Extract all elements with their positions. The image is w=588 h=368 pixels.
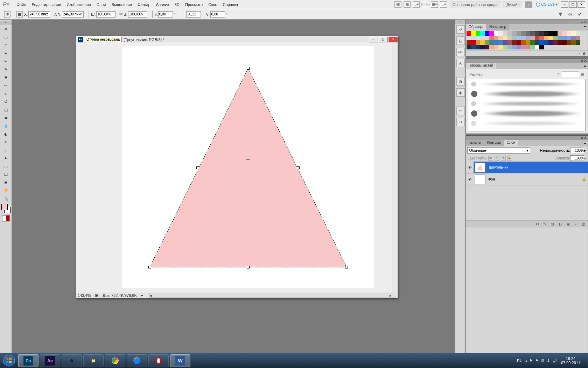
swatch[interactable] — [535, 45, 539, 49]
brush-toggle-icon[interactable]: ▦ — [581, 72, 584, 77]
panel-collapse-icon[interactable]: « — [581, 59, 583, 63]
strip-color-icon[interactable]: ◑ — [456, 77, 465, 86]
tab-channels[interactable]: Каналы — [466, 140, 484, 146]
blur-tool[interactable]: 💧 — [1, 122, 10, 130]
swatch[interactable] — [517, 45, 521, 49]
swatch[interactable] — [507, 40, 512, 45]
swatch[interactable] — [571, 31, 576, 36]
layer-row-triangle[interactable]: 👁 Треугольник — [466, 162, 588, 173]
zoom-readout[interactable]: 143,4% — [78, 293, 91, 298]
swatch[interactable] — [467, 45, 471, 49]
panel-collapse-icon[interactable]: « — [581, 136, 583, 140]
tab-layers[interactable]: Слои — [504, 140, 518, 146]
blend-mode-select[interactable]: Обычные▾ — [467, 147, 530, 154]
strip-cam-icon[interactable]: ◉ — [456, 88, 465, 97]
horizontal-scrollbar[interactable]: ◂▸ — [149, 293, 396, 298]
strip-mb-icon[interactable]: MB — [456, 48, 465, 56]
swatch[interactable] — [530, 45, 535, 49]
h-input[interactable] — [128, 11, 147, 18]
triangle-shape[interactable] — [148, 67, 348, 268]
lock-all-icon[interactable]: 🔒 — [507, 156, 512, 161]
swatch[interactable] — [553, 40, 558, 45]
panel-close-icon[interactable]: ✕ — [584, 20, 587, 25]
menu-layers[interactable]: Слои — [94, 1, 109, 8]
w-input[interactable] — [96, 11, 115, 18]
layer-visibility-toggle[interactable]: 👁 — [466, 162, 474, 173]
swatch[interactable] — [558, 40, 562, 45]
swatch[interactable] — [567, 31, 571, 36]
swatch[interactable] — [517, 40, 521, 45]
tab-brush-presets[interactable]: Наборы кистей — [466, 63, 496, 69]
swatch[interactable] — [558, 36, 562, 40]
clock[interactable]: 16:24 07.09.2011 — [561, 356, 580, 365]
swatch[interactable] — [571, 40, 576, 45]
mini-bridge-icon[interactable]: ▦ — [404, 1, 411, 8]
swatch[interactable] — [480, 31, 485, 36]
swatch[interactable] — [521, 40, 526, 45]
task-explorer[interactable]: 📁 — [83, 354, 104, 367]
opacity-input[interactable] — [570, 148, 584, 153]
language-indicator[interactable]: RU — [517, 359, 523, 363]
menu-help[interactable]: Справка — [220, 1, 241, 8]
swatch[interactable] — [467, 40, 471, 45]
swatch[interactable] — [548, 36, 553, 40]
path-select-tool[interactable]: ➤ — [1, 155, 10, 162]
swatch[interactable] — [476, 36, 480, 40]
marquee-tool[interactable]: ▭ — [1, 34, 10, 41]
swatch[interactable] — [489, 36, 494, 40]
layer-mask-icon[interactable]: ◑ — [550, 222, 555, 226]
menu-view[interactable]: Просмотр — [182, 1, 205, 8]
swatch[interactable] — [567, 40, 571, 45]
panel-menu-icon[interactable]: ≡ — [583, 24, 588, 30]
layer-group-icon[interactable]: ▣ — [565, 222, 571, 226]
layer-row-background[interactable]: 👁 Фон 🔒 — [466, 173, 588, 185]
gradient-tool[interactable]: ▰ — [1, 114, 10, 122]
swatch[interactable] — [539, 40, 544, 45]
menu-analysis[interactable]: Анализ — [153, 1, 172, 8]
swatch[interactable] — [544, 40, 548, 45]
strip-history-icon[interactable]: ↺ — [456, 25, 465, 34]
swatch[interactable] — [507, 31, 512, 36]
swatch[interactable] — [562, 36, 567, 40]
swatch[interactable] — [526, 45, 530, 49]
swatch[interactable] — [521, 31, 526, 36]
foreground-color[interactable] — [1, 204, 8, 210]
swatch[interactable] — [498, 45, 503, 49]
swatch[interactable] — [503, 40, 507, 45]
delete-swatch-icon[interactable]: 🗑 — [582, 52, 586, 56]
swatch[interactable] — [576, 36, 580, 40]
swatch[interactable] — [544, 31, 548, 36]
swatch[interactable] — [521, 36, 526, 40]
tools-collapse[interactable]: « — [0, 21, 12, 25]
swatch[interactable] — [467, 31, 471, 36]
workspace-more-icon[interactable]: » — [525, 1, 532, 8]
cancel-transform-icon[interactable]: ⊘ — [566, 11, 574, 18]
swatch[interactable] — [539, 31, 544, 36]
task-chrome[interactable] — [105, 354, 125, 367]
lasso-tool[interactable]: ⊃ — [1, 42, 10, 49]
x-input[interactable] — [28, 11, 50, 18]
doc-info-icon[interactable]: ▣ — [95, 293, 98, 298]
task-photoshop[interactable]: Ps — [18, 354, 38, 367]
healing-tool[interactable]: ✹ — [1, 74, 10, 81]
menu-select[interactable]: Выделение — [108, 1, 134, 8]
strip-char-icon[interactable]: A — [456, 59, 465, 67]
brush-tool[interactable]: ✏ — [1, 82, 10, 89]
swatch[interactable] — [526, 36, 530, 40]
new-swatch-icon[interactable]: ▫ — [579, 52, 580, 56]
eyedropper-tool[interactable]: ✎ — [1, 66, 10, 73]
tab-navigator[interactable]: Навигатор — [486, 24, 509, 30]
tray-flag2-icon[interactable]: ⚑ — [535, 359, 539, 363]
swatch[interactable] — [558, 31, 562, 36]
swatch[interactable] — [539, 36, 544, 40]
type-tool[interactable]: T — [1, 146, 10, 154]
move-tool[interactable]: ✥ — [1, 26, 10, 33]
swatch[interactable] — [507, 36, 512, 40]
swatch[interactable] — [498, 31, 503, 36]
swatch[interactable] — [485, 45, 489, 49]
eraser-tool[interactable]: ◫ — [1, 106, 10, 114]
menu-edit[interactable]: Редактирование — [29, 1, 64, 8]
pen-tool[interactable]: ✒ — [1, 138, 10, 146]
3d-tool[interactable]: ❏ — [1, 171, 10, 178]
swatch[interactable] — [562, 31, 567, 36]
